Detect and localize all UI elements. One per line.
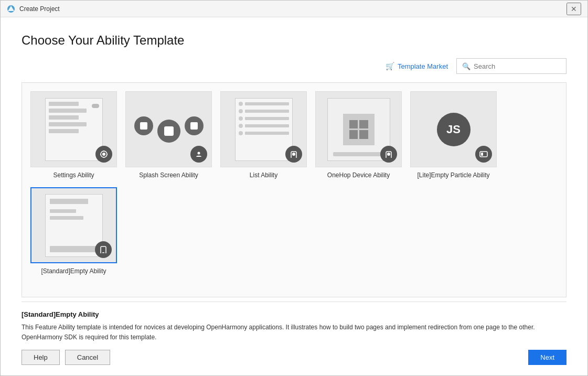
svg-rect-11 bbox=[387, 153, 390, 156]
templates-scroll-area[interactable]: Settings Ability bbox=[22, 82, 566, 297]
js-badge-icon bbox=[475, 146, 492, 163]
help-button[interactable]: Help bbox=[22, 350, 60, 365]
onehop-inner bbox=[343, 114, 375, 145]
template-card-splash-screen-ability[interactable]: Splash Screen Ability bbox=[125, 91, 212, 179]
svg-rect-5 bbox=[164, 126, 174, 136]
template-label-empty: [Standard]Empty Ability bbox=[41, 267, 106, 275]
template-card-lite-empty-particle-ability[interactable]: JS [Lite]Empty Particle Ability bbox=[410, 91, 497, 179]
page-title: Choose Your Ability Template bbox=[22, 33, 566, 48]
template-market-icon: 🛒 bbox=[386, 62, 394, 70]
svg-point-2 bbox=[102, 153, 105, 156]
template-preview-empty bbox=[30, 187, 117, 263]
template-market-button[interactable]: 🛒 Template Market bbox=[386, 62, 448, 70]
svg-rect-13 bbox=[481, 153, 483, 156]
splash-icon-right bbox=[185, 116, 204, 135]
toolbar: 🛒 Template Market 🔍 bbox=[22, 58, 566, 74]
description-section: [Standard]Empty Ability This Feature Abi… bbox=[22, 302, 566, 342]
close-button[interactable]: ✕ bbox=[566, 3, 581, 15]
search-box: 🔍 bbox=[456, 58, 566, 74]
footer-left: Help Cancel bbox=[22, 350, 110, 365]
main-content: Choose Your Ability Template 🛒 Template … bbox=[1, 17, 587, 375]
svg-point-7 bbox=[198, 152, 200, 155]
template-preview-onehop bbox=[315, 91, 402, 167]
search-icon: 🔍 bbox=[462, 62, 471, 70]
svg-rect-6 bbox=[190, 122, 198, 130]
template-preview-list bbox=[220, 91, 307, 167]
settings-badge-icon bbox=[95, 146, 112, 163]
template-preview-js: JS bbox=[410, 91, 497, 167]
title-bar-left: Create Project bbox=[7, 5, 60, 13]
window-title: Create Project bbox=[19, 5, 60, 13]
svg-rect-9 bbox=[292, 153, 295, 156]
app-icon bbox=[7, 5, 15, 13]
js-icon: JS bbox=[437, 113, 471, 146]
template-market-label: Template Market bbox=[398, 62, 448, 70]
next-button[interactable]: Next bbox=[528, 350, 566, 365]
template-preview-settings bbox=[30, 91, 117, 167]
svg-rect-4 bbox=[140, 122, 147, 130]
onehop-badge-icon bbox=[380, 146, 397, 163]
empty-badge-icon bbox=[95, 241, 112, 258]
desc-title: [Standard]Empty Ability bbox=[22, 310, 566, 318]
splash-icons-row bbox=[134, 116, 204, 139]
template-label-list: List Ability bbox=[250, 171, 277, 179]
template-card-settings-ability[interactable]: Settings Ability bbox=[30, 91, 117, 179]
template-card-standard-empty-ability[interactable]: [Standard]Empty Ability bbox=[30, 187, 117, 275]
splash-icon-left bbox=[134, 116, 153, 135]
title-bar: Create Project ✕ bbox=[1, 1, 587, 17]
svg-rect-15 bbox=[102, 252, 104, 253]
templates-grid: Settings Ability bbox=[30, 91, 558, 275]
template-label-onehop: OneHop Device Ability bbox=[327, 171, 390, 179]
template-card-list-ability[interactable]: List Ability bbox=[220, 91, 307, 179]
template-label-settings: Settings Ability bbox=[53, 171, 94, 179]
footer-buttons: Help Cancel Next bbox=[22, 342, 566, 365]
splash-icon-center bbox=[157, 120, 180, 143]
search-input[interactable] bbox=[474, 62, 562, 70]
template-preview-splash bbox=[125, 91, 212, 167]
splash-badge-icon bbox=[190, 146, 207, 163]
list-badge-icon bbox=[285, 146, 302, 163]
template-label-js: [Lite]Empty Particle Ability bbox=[417, 171, 489, 179]
template-card-onehop-device-ability[interactable]: OneHop Device Ability bbox=[315, 91, 402, 179]
cancel-button[interactable]: Cancel bbox=[65, 350, 110, 365]
desc-text: This Feature Ability template is intende… bbox=[22, 323, 566, 342]
create-project-window: Create Project ✕ Choose Your Ability Tem… bbox=[0, 0, 588, 376]
template-label-splash: Splash Screen Ability bbox=[139, 171, 198, 179]
